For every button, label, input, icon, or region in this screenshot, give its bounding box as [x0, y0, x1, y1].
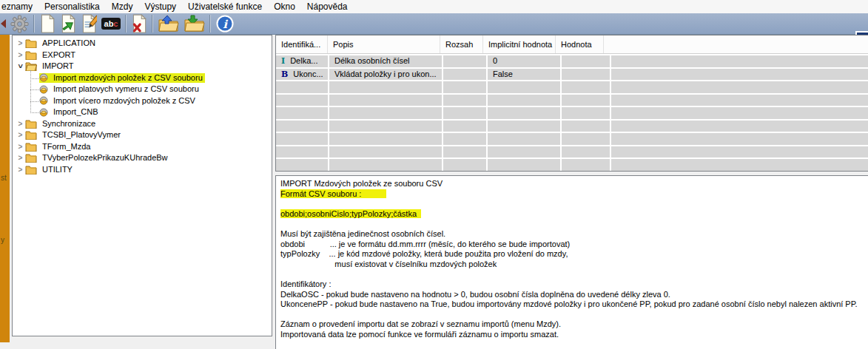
- tree-item-synchronizace[interactable]: >Synchronizace: [13, 118, 272, 130]
- function-tree-panel: >APPLICATION>EXPORT>IMPORTImport mzdovýc…: [12, 35, 272, 336]
- table-cell: [562, 159, 610, 171]
- tree-item-label[interactable]: IMPORT: [40, 61, 76, 71]
- chevron-collapsed-icon[interactable]: >: [16, 166, 25, 174]
- chevron-collapsed-icon[interactable]: >: [16, 154, 25, 162]
- tree-item-label[interactable]: APPLICATION: [40, 38, 98, 48]
- table-cell[interactable]: Délka osobních čísel: [329, 55, 442, 67]
- folder-icon: [25, 142, 37, 152]
- toolbar-separator: [33, 15, 35, 33]
- info-button[interactable]: i: [213, 13, 237, 34]
- execute-document-icon: [60, 14, 76, 33]
- column-header-popis[interactable]: Popis: [328, 35, 440, 53]
- chevron-collapsed-icon[interactable]: >: [16, 131, 25, 139]
- tree-item-import[interactable]: >IMPORT: [13, 61, 272, 72]
- chevron-collapsed-icon[interactable]: >: [16, 39, 25, 47]
- rename-button[interactable]: abc: [99, 13, 123, 34]
- column-header-implicitn-hodnota[interactable]: Implicitní hodnota: [483, 35, 556, 53]
- folder-icon: [25, 119, 37, 129]
- function-tree: >APPLICATION>EXPORT>IMPORTImport mzdovýc…: [13, 35, 272, 175]
- function-icon: [39, 73, 48, 82]
- column-header-identifik[interactable]: Identifiká...: [276, 35, 328, 53]
- table-cell: [443, 133, 486, 145]
- table-cell[interactable]: [443, 55, 486, 67]
- tree-item-import-platovych-vymeru-z-csv-souboru[interactable]: Import platovych vymeru z CSV souboru: [13, 84, 272, 95]
- toolbar-scroll-left-icon[interactable]: [1, 19, 6, 28]
- menu-item-v-stupy[interactable]: Výstupy: [138, 0, 182, 13]
- table-cell: [488, 81, 560, 93]
- menu-item-mzdy[interactable]: Mzdy: [106, 0, 139, 13]
- tree-item-content: Synchronizace: [25, 119, 98, 129]
- menu-item-personalistika[interactable]: Personalistika: [38, 0, 106, 13]
- tree-item-content: UTILITY: [25, 165, 75, 174]
- folder-icon: [25, 165, 37, 174]
- chevron-collapsed-icon[interactable]: >: [16, 143, 25, 151]
- table-cell: [276, 107, 328, 119]
- table-cell: [562, 81, 610, 93]
- tree-item-label[interactable]: Import mzdových položek z CSV souboru: [51, 73, 205, 83]
- new-document-button[interactable]: [37, 13, 58, 34]
- tree-item-label[interactable]: TCSBI_PlatovyVymer: [40, 130, 123, 140]
- tree-guide-line: [30, 101, 38, 102]
- table-cell: [611, 159, 868, 171]
- edit-document-button[interactable]: [78, 13, 99, 34]
- tree-item-content: TForm_Mzda: [25, 142, 92, 152]
- folder-import-button[interactable]: [155, 13, 181, 34]
- table-cell[interactable]: [562, 55, 610, 67]
- menu-item-n-pov-da[interactable]: Nápověda: [301, 0, 354, 13]
- tree-item-utility[interactable]: >UTILITY: [13, 164, 272, 176]
- table-cell[interactable]: BUkonc...: [276, 69, 328, 81]
- menu-item-u-ivatelsk-funkce[interactable]: Uživatelské funkce: [182, 0, 268, 13]
- tree-item-label[interactable]: Synchronizace: [40, 119, 98, 129]
- tree-item-label[interactable]: TVyberPolozekPrikazuKUhradeBw: [40, 153, 170, 163]
- tree-item-label[interactable]: EXPORT: [40, 50, 78, 60]
- tree-item-import-v-cero-mzdov-ch-polo-ek-z-csv[interactable]: Import vícero mzdových položek z CSV: [13, 95, 272, 107]
- table-cell: [488, 133, 560, 145]
- table-cell: [611, 133, 868, 145]
- table-cell: [276, 81, 328, 93]
- column-header-hodnota[interactable]: Hodnota: [556, 35, 604, 53]
- tree-item-content: APPLICATION: [25, 38, 98, 48]
- description-line: obdobi ... je ve formátu dd.mm.rrrr (měs…: [280, 240, 868, 250]
- tree-item-label[interactable]: Import_CNB: [51, 107, 101, 117]
- tree-item-export[interactable]: >EXPORT: [13, 50, 272, 61]
- menu-item-okno[interactable]: Okno: [268, 0, 301, 13]
- folder-export-button[interactable]: [181, 13, 207, 34]
- description-line: Identifikátory :: [280, 279, 868, 290]
- tree-item-label[interactable]: TForm_Mzda: [40, 142, 92, 152]
- delete-document-button[interactable]: [129, 13, 149, 34]
- chevron-collapsed-icon[interactable]: >: [16, 120, 25, 128]
- table-cell[interactable]: [443, 69, 486, 81]
- chevron-collapsed-icon[interactable]: >: [16, 51, 25, 59]
- tree-item-content: Import_CNB: [39, 107, 101, 117]
- chevron-expanded-icon[interactable]: >: [16, 61, 24, 71]
- gear-button[interactable]: [8, 13, 31, 34]
- table-cell: [329, 121, 442, 132]
- tree-item-import-cnb[interactable]: Import_CNB: [13, 106, 272, 118]
- execute-document-button[interactable]: [58, 13, 78, 34]
- tree-item-tform-mzda[interactable]: >TForm_Mzda: [13, 141, 272, 153]
- table-cell[interactable]: 0: [488, 55, 560, 67]
- folder-icon: [25, 130, 37, 140]
- table-cell: [562, 107, 610, 119]
- tree-item-label[interactable]: Import vícero mzdových položek z CSV: [51, 96, 198, 106]
- column-header-rozsah[interactable]: Rozsah: [440, 35, 483, 53]
- tree-item-label[interactable]: Import platovych vymeru z CSV souboru: [51, 84, 201, 94]
- tree-guide-line: [30, 89, 38, 90]
- table-cell: [276, 95, 328, 106]
- column-header-filler[interactable]: [604, 35, 868, 53]
- table-cell[interactable]: Vkládat položky i pro ukon...: [329, 69, 442, 81]
- strip-text-fragment: st: [1, 174, 7, 182]
- tree-item-tvyberpolozekprikazukuhradebw[interactable]: >TVyberPolozekPrikazuKUhradeBw: [13, 152, 272, 164]
- tree-item-application[interactable]: >APPLICATION: [13, 38, 272, 50]
- table-cell[interactable]: False: [488, 69, 560, 81]
- tree-item-label[interactable]: UTILITY: [40, 165, 75, 174]
- description-line: Importovaná data lze pomocí funkce ve fo…: [280, 330, 868, 340]
- table-cell[interactable]: [562, 69, 610, 81]
- folder-export-icon: [184, 15, 205, 33]
- table-cell[interactable]: IDelka...: [276, 55, 328, 67]
- tree-item-tcsbi-platovyvymer[interactable]: >TCSBI_PlatovyVymer: [13, 129, 272, 141]
- menu-item-eznamy[interactable]: eznamy: [1, 0, 38, 13]
- description-line: [280, 219, 868, 229]
- tree-item-import-mzdov-ch-polo-ek-z-csv-souboru[interactable]: Import mzdových položek z CSV souboru: [13, 72, 272, 84]
- docked-panel-strip[interactable]: sty: [0, 35, 10, 342]
